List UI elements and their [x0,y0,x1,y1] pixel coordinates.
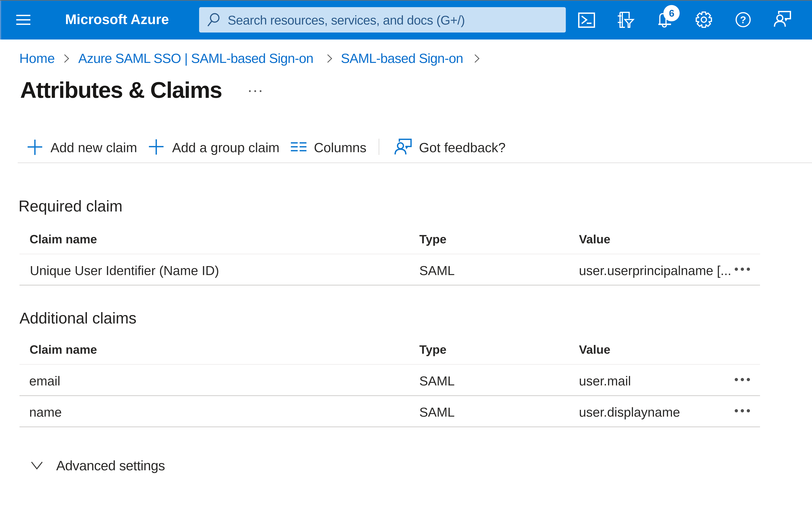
svg-text:6: 6 [669,8,674,19]
svg-text:?: ? [740,14,746,25]
